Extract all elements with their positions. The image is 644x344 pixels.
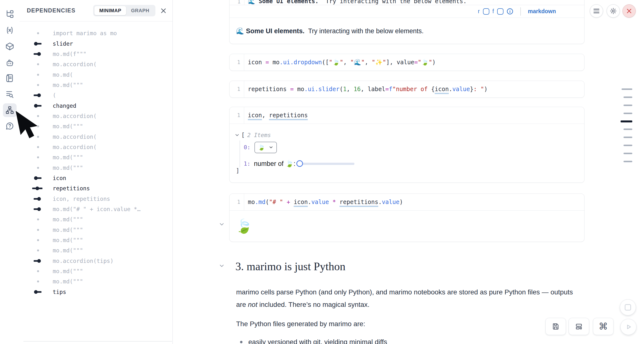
minimap-cell-row[interactable]: mo.md(""" [20, 276, 172, 287]
def-marker-icon [32, 290, 45, 294]
ref-marker-icon [32, 52, 45, 56]
code-line[interactable]: repetitions = mo.ui.slider(1, 16, label=… [244, 86, 488, 93]
code-editor[interactable]: 1 mo.md("# " + icon.value * repetitions.… [230, 194, 584, 211]
minimap-cell-row[interactable]: mo.accordion( [20, 59, 172, 69]
minimap-cell-label: mo.md(""" [53, 247, 83, 254]
line-number: 1 [230, 81, 244, 97]
language-badge-markdown[interactable]: markdown [528, 8, 556, 15]
items-count-label: 2 Items [247, 132, 271, 138]
help-icon[interactable] [5, 121, 14, 131]
minimap-cell-row[interactable]: ( [20, 90, 172, 100]
minimap-cell-row[interactable]: mo.md(""" [20, 225, 172, 235]
minimap-cell-row[interactable]: mo.md(""" [20, 80, 172, 90]
cell-marker-short[interactable] [624, 105, 632, 106]
search-logs-icon[interactable] [5, 90, 14, 99]
variables-icon[interactable] [5, 26, 14, 35]
dot-marker-icon [32, 248, 45, 252]
cell-marker-short[interactable] [624, 113, 632, 114]
minimap-cell-row[interactable]: mo.accordion(tips) [20, 256, 172, 266]
collapse-cell-icon[interactable] [218, 221, 225, 228]
snippets-icon[interactable] [5, 74, 14, 83]
collapse-tree-icon[interactable] [234, 132, 240, 138]
code-line[interactable]: icon = mo.ui.dropdown(["🍃", "🌊", "✨"], v… [244, 59, 436, 66]
tab-minimap[interactable]: MINIMAP [94, 6, 126, 15]
dot-marker-icon [32, 31, 45, 35]
minimap-cell-row[interactable]: mo.accordion( [20, 111, 172, 121]
toggle-r-checkbox[interactable] [483, 8, 489, 15]
markdown-cell-footer: r f markdown [230, 5, 584, 18]
tab-graph[interactable]: GRAPH [126, 6, 154, 15]
layout-icon [575, 322, 583, 330]
slider-thumb[interactable] [296, 160, 303, 167]
notebook-menu-button[interactable] [590, 5, 603, 18]
minimap-cell-row[interactable]: icon, repetitions [20, 194, 172, 204]
slider-label: number of 🍃: [254, 160, 296, 167]
minimap-cell-label: icon, repetitions [53, 196, 110, 202]
minimap-cell-label: mo.md(""" [53, 216, 83, 223]
code-editor[interactable]: 1 icon, repetitions [230, 107, 584, 124]
minimap-cell-row[interactable]: mo.md(""" [20, 245, 172, 256]
minimap-cell-label: mo.md(""" [53, 154, 83, 160]
minimap-cell-row[interactable]: mo.md(""" [20, 121, 172, 131]
inout-marker-icon [32, 187, 45, 190]
minimap-cell-row[interactable]: import marimo as mo [20, 28, 172, 38]
save-button[interactable] [546, 318, 566, 335]
minimap-cell-row[interactable]: mo.md( [20, 69, 172, 80]
code-editor[interactable]: 1 repetitions = mo.ui.slider(1, 16, labe… [230, 81, 584, 97]
cell-marker-short[interactable] [624, 153, 632, 154]
code-line[interactable]: mo.md("# " + icon.value * repetitions.va… [244, 199, 403, 206]
info-icon[interactable] [507, 8, 513, 15]
collapse-section-icon[interactable] [218, 263, 225, 269]
minimap-cell-row[interactable]: mo.md(""" [20, 214, 172, 225]
cell-marker-short[interactable] [624, 137, 632, 138]
settings-button[interactable] [607, 5, 620, 18]
repetitions-slider[interactable] [296, 160, 354, 167]
markdown-source-line[interactable]: 🌊 Some UI elements. Try interacting with… [248, 0, 467, 5]
bracket-open: [ [241, 132, 245, 138]
minimap-cell-row[interactable]: changed [20, 100, 172, 111]
dot-marker-icon [32, 62, 45, 66]
minimap-cell-row[interactable]: mo.md(""" [20, 152, 172, 162]
layout-button[interactable] [568, 318, 589, 335]
minimap-cell-label: mo.accordion( [53, 134, 96, 140]
minimap-cell-label: icon [53, 175, 66, 181]
code-line[interactable]: icon, repetitions [244, 112, 308, 119]
slider-track[interactable] [299, 163, 354, 165]
markdown-editor[interactable]: 1 🌊 Some UI elements. Try interacting wi… [230, 0, 584, 5]
minimap-cell-row[interactable]: mo.accordion( [20, 142, 172, 152]
icon-dropdown-select[interactable]: 🍃 [254, 142, 277, 153]
packages-icon[interactable] [5, 42, 14, 51]
cell-marker-dark[interactable] [620, 120, 632, 122]
sidebar-rail [0, 0, 20, 344]
minimap-cell-row[interactable]: repetitions [20, 183, 172, 194]
minimap-cell-label: slider [53, 41, 73, 47]
cell-marker-long[interactable] [622, 88, 632, 90]
view-toggle: MINIMAP GRAPH [93, 5, 156, 16]
minimap-cell-row[interactable]: mo.md(""" [20, 162, 172, 173]
cell-marker-short[interactable] [624, 161, 632, 162]
minimap-cell-row[interactable]: slider [20, 38, 172, 49]
close-panel-icon[interactable] [160, 7, 167, 15]
minimap-cell-row[interactable]: mo.md(""" [20, 266, 172, 276]
cell-repetitions-slider: 1 repetitions = mo.ui.slider(1, 16, labe… [229, 81, 584, 98]
minimap-cell-row[interactable]: mo.accordion( [20, 131, 172, 142]
save-icon [552, 322, 560, 330]
cell-marker-short[interactable] [624, 96, 632, 98]
run-button[interactable] [620, 319, 636, 335]
stop-button[interactable] [620, 299, 636, 315]
minimap-cell-row[interactable]: icon [20, 173, 172, 183]
dependencies-icon[interactable] [5, 106, 14, 115]
minimap-cell-row[interactable]: tips [20, 287, 172, 297]
ai-chat-icon[interactable] [5, 58, 14, 67]
cell-marker-short[interactable] [624, 145, 632, 146]
code-editor[interactable]: 1 icon = mo.ui.dropdown(["🍃", "🌊", "✨"],… [230, 54, 584, 71]
cell-marker-short[interactable] [624, 128, 632, 130]
minimap-cell-label: mo.md(f""" [53, 51, 86, 57]
minimap-cell-row[interactable]: mo.md("# " + icon.value *… [20, 204, 172, 214]
shutdown-button[interactable] [622, 5, 636, 18]
shortcuts-button[interactable]: ⌘ [593, 318, 614, 335]
minimap-cell-row[interactable]: mo.md(f""" [20, 49, 172, 59]
toggle-f-checkbox[interactable] [497, 8, 504, 15]
minimap-cell-row[interactable]: mo.md(""" [20, 235, 172, 245]
file-tree-icon[interactable] [5, 10, 14, 19]
